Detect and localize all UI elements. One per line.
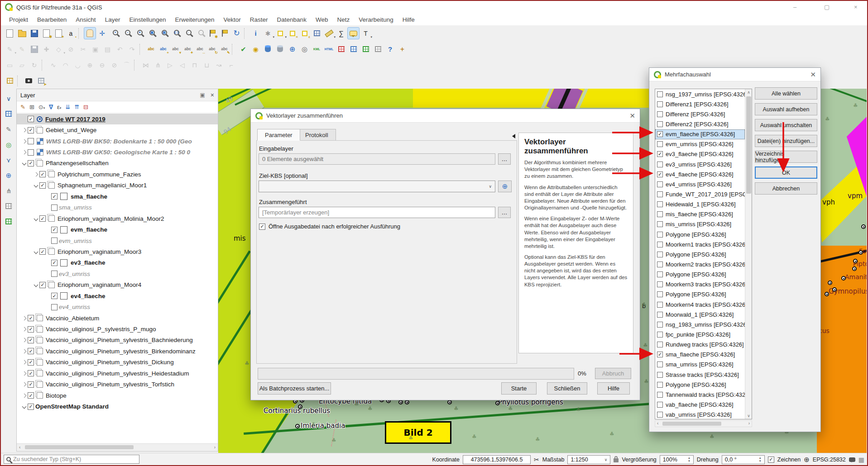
expander-icon[interactable] bbox=[20, 338, 28, 342]
geopackage-button[interactable]: ◉ bbox=[249, 43, 262, 55]
messages-icon[interactable] bbox=[849, 457, 855, 462]
alle-wählen-button[interactable]: Alle wählen bbox=[755, 87, 817, 100]
item-checkbox[interactable] bbox=[657, 372, 663, 378]
auswahl-umschalten-button[interactable]: Auswahl umschalten bbox=[755, 119, 817, 131]
layer-visibility-checkbox[interactable]: ✓ bbox=[28, 127, 34, 133]
layer-tree-item-biotope[interactable]: ✓Biotope bbox=[17, 390, 218, 401]
menu-einstellungen[interactable]: Einstellungen bbox=[125, 15, 170, 24]
osm-plugin-button[interactable]: ✔ bbox=[237, 43, 249, 55]
layer-tree-item-vaccinio-uliginosi-pinetum-sylvestris-ba[interactable]: ✓Vaccinio_uliginosi_Pinetum_sylvestris_B… bbox=[17, 335, 218, 346]
layer-tree-item-vaccinio-uliginosi-p-sylvestris-p-mugo[interactable]: ✓Vaccinio_uliginosi_P_sylvestris_P_mugo bbox=[17, 323, 218, 334]
item-checkbox[interactable] bbox=[657, 191, 663, 197]
input-layers-browse-button[interactable]: … bbox=[498, 153, 511, 165]
list-item-polygone[interactable]: Polygone [EPSG:4326] bbox=[655, 229, 745, 239]
list-item-ev4-flaeche[interactable]: ✓ev4_flaeche [EPSG:4326] bbox=[655, 169, 745, 179]
layer-visibility-checkbox[interactable]: ✓ bbox=[28, 392, 34, 399]
item-checkbox[interactable] bbox=[657, 281, 663, 287]
item-checkbox[interactable] bbox=[657, 392, 663, 398]
change-label-button[interactable]: abc✎ bbox=[218, 43, 230, 55]
layer-tree-item-sma-flaeche[interactable]: ✓sma_flaeche bbox=[17, 191, 218, 202]
expander-icon[interactable] bbox=[32, 250, 39, 253]
scroll-left-icon[interactable]: ‹ bbox=[657, 421, 658, 426]
layer-tree-item-sma-umriss[interactable]: sma_umriss bbox=[17, 202, 218, 213]
coordinate-input[interactable]: 473596.1,5397606.5 bbox=[463, 455, 531, 464]
layer-visibility-checkbox[interactable] bbox=[51, 271, 58, 277]
item-checkbox[interactable] bbox=[657, 111, 663, 117]
list-item-polygone[interactable]: Polygone [EPSG:4326] bbox=[655, 270, 745, 280]
layer-visibility-checkbox[interactable]: ✓ bbox=[51, 260, 58, 266]
list-item-ev4-umriss[interactable]: ev4_umriss [EPSG:4326] bbox=[655, 179, 745, 189]
layer-visibility-checkbox[interactable]: ✓ bbox=[28, 404, 34, 410]
pan-to-selection-button[interactable]: ✛ bbox=[96, 27, 108, 39]
layer-visibility-checkbox[interactable]: ✓ bbox=[28, 315, 34, 321]
help-contents-button[interactable]: ? bbox=[384, 43, 396, 55]
layer-visibility-checkbox[interactable] bbox=[51, 304, 58, 310]
run-button[interactable]: Starte bbox=[501, 382, 537, 395]
close-panel-icon[interactable]: × bbox=[211, 91, 214, 99]
item-checkbox[interactable] bbox=[657, 382, 663, 388]
layer-tree-item-sphagnetum-magellanici-moor1[interactable]: ✓Sphagnetum_magellanici_Moor1 bbox=[17, 180, 218, 191]
layer-visibility-checkbox[interactable] bbox=[51, 238, 58, 244]
identify-features-button[interactable]: i bbox=[249, 27, 262, 39]
zoom-out-button[interactable]: − bbox=[120, 27, 133, 39]
scroll-thumb[interactable] bbox=[746, 96, 751, 194]
output-browse-button[interactable]: … bbox=[498, 207, 511, 218]
datei-en-hinzufügen-button[interactable]: Datei(en) hinzufügen... bbox=[755, 135, 817, 147]
layer-tree-hscrollbar[interactable]: ‹ › bbox=[17, 443, 218, 451]
expander-icon[interactable] bbox=[20, 140, 28, 143]
grid-tool-blue-button[interactable] bbox=[347, 43, 360, 55]
new-project-button[interactable] bbox=[4, 27, 16, 39]
vector-selector-tool-button[interactable]: ∨ bbox=[3, 92, 15, 105]
select-by-expression-button[interactable]: ε bbox=[298, 27, 311, 39]
menu-netz[interactable]: Netz bbox=[332, 15, 354, 24]
select-crs-button[interactable]: ⊕ bbox=[498, 181, 512, 192]
layer-visibility-checkbox[interactable]: ✓ bbox=[28, 160, 34, 166]
item-checkbox[interactable] bbox=[657, 302, 663, 308]
list-item-differenz1[interactable]: Differenz1 [EPSG:4326] bbox=[655, 99, 745, 109]
list-item-strasse-tracks[interactable]: Strasse tracks [EPSG:4326] bbox=[655, 370, 745, 380]
raster-tool-button[interactable]: ➤ bbox=[35, 75, 47, 87]
grid-tool-red-button[interactable] bbox=[335, 43, 347, 55]
measure-button[interactable]: ▾ bbox=[323, 27, 335, 39]
ok-button[interactable]: OK bbox=[755, 166, 817, 179]
layer-tree-item-wms-lgrb-bw-gk50-geologische-karte-1-50-[interactable]: WMS LGRB-BW GK50: Geologische Karte 1 : … bbox=[17, 147, 218, 157]
show-bookmarks-button[interactable] bbox=[218, 27, 230, 39]
item-checkbox[interactable]: ✓ bbox=[657, 151, 663, 157]
undock-panel-icon[interactable]: ▣ bbox=[200, 92, 205, 98]
remove-layer-button[interactable]: ⊟ bbox=[83, 104, 88, 110]
list-item-funde-wt-2017-2019[interactable]: Funde_WT_2017_2019 [EPSG:4326] bbox=[655, 189, 745, 199]
expander-icon[interactable] bbox=[20, 128, 28, 132]
layer-tree-item-gebiet-und-wege[interactable]: ✓Gebiet_und_Wege bbox=[17, 124, 218, 135]
select-features-button[interactable]: ▾ bbox=[274, 27, 286, 39]
list-item-heidewald-1[interactable]: Heidewald_1 [EPSG:4326] bbox=[655, 200, 745, 209]
layer-visibility-checkbox[interactable]: ✓ bbox=[28, 326, 34, 333]
crs-status[interactable]: EPSG:25832 bbox=[813, 456, 846, 463]
menu-ansicht[interactable]: Ansicht bbox=[71, 15, 100, 24]
expander-icon[interactable] bbox=[20, 405, 28, 408]
item-checkbox[interactable] bbox=[657, 211, 663, 217]
close-icon[interactable]: ✕ bbox=[810, 71, 816, 79]
scroll-left-icon[interactable]: ‹ bbox=[19, 445, 20, 450]
item-checkbox[interactable] bbox=[657, 271, 663, 277]
layer-tree-item-ev3-flaeche[interactable]: ✓ev3_flaeche bbox=[17, 257, 218, 268]
filter-expression-button[interactable]: ε▾ bbox=[57, 104, 61, 110]
item-checkbox[interactable] bbox=[657, 332, 663, 338]
item-checkbox[interactable] bbox=[657, 252, 663, 257]
layer-tree-item-ev4-umriss[interactable]: ev4_umriss bbox=[17, 301, 218, 312]
item-checkbox[interactable] bbox=[657, 322, 663, 328]
scroll-right-icon[interactable]: › bbox=[748, 421, 750, 426]
georeferencer-button[interactable] bbox=[4, 75, 16, 87]
zoom-to-selection-button[interactable]: ▣ bbox=[145, 27, 157, 39]
minimize-button[interactable]: – bbox=[793, 4, 796, 10]
layer-tree-item-evm-flaeche[interactable]: ✓evm_flaeche bbox=[17, 224, 218, 235]
close-dialog-button[interactable]: Schließen bbox=[547, 382, 587, 395]
open-project-button[interactable] bbox=[16, 27, 28, 39]
list-item-sma-umriss[interactable]: sma_umriss [EPSG:4326] bbox=[655, 360, 745, 370]
menu-hilfe[interactable]: Hilfe bbox=[398, 15, 419, 24]
item-checkbox[interactable] bbox=[657, 242, 663, 247]
layer-visibility-checkbox[interactable]: ✓ bbox=[51, 293, 58, 299]
list-item-moorwald-1[interactable]: Moorwald_1 [EPSG:4326] bbox=[655, 309, 745, 319]
list-item-moorkern3-tracks[interactable]: Moorkern3 tracks [EPSG:4326] bbox=[655, 280, 745, 290]
style-manager-button[interactable]: a▪ bbox=[65, 27, 77, 39]
input-layers-field[interactable]: 0 Elemente ausgewählt bbox=[259, 153, 495, 165]
